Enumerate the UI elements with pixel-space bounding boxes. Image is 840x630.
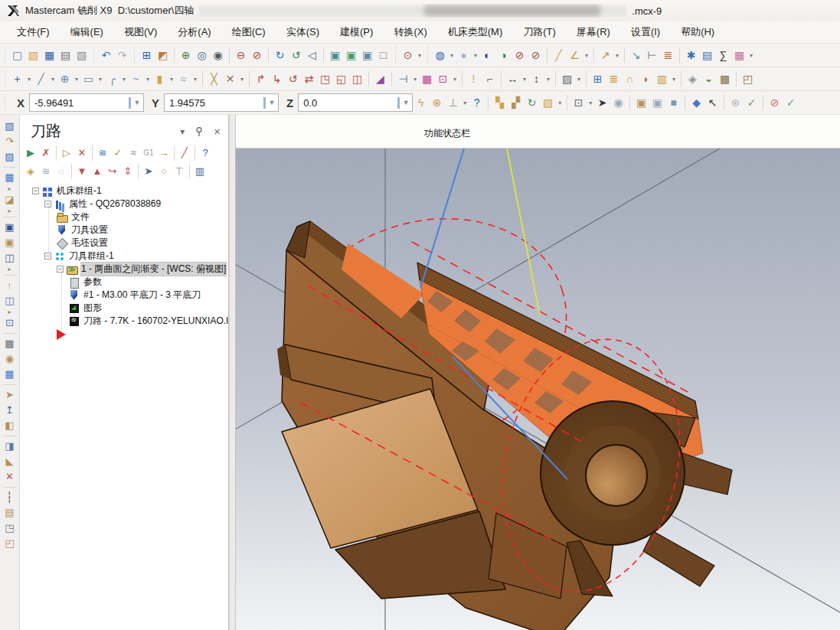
chevron-down-icon[interactable]: ▾ xyxy=(96,76,104,83)
g1-post-icon[interactable]: G1 xyxy=(141,145,156,161)
graphics-viewport[interactable] xyxy=(236,149,840,630)
dimension-horizontal-icon[interactable]: ↔ xyxy=(505,71,521,87)
menu-machine-type[interactable]: 机床类型(M) xyxy=(448,25,503,39)
select-all-operations-icon[interactable]: ▶ xyxy=(23,145,38,161)
cplane-side-icon[interactable]: ▣ xyxy=(2,235,18,250)
toolbar-drag-handle[interactable] xyxy=(3,94,7,111)
previous-view-icon[interactable]: ↺ xyxy=(288,47,304,64)
toolbar-drag-handle[interactable] xyxy=(132,47,136,64)
backplot-toolpath-icon[interactable]: ≋ xyxy=(95,145,110,161)
tree-item-files[interactable]: 文件 xyxy=(20,211,228,224)
menu-edit[interactable]: 编辑(E) xyxy=(70,25,103,39)
flyout-arrow-icon[interactable]: ▸ xyxy=(5,207,15,214)
analyze-dynamic-icon[interactable]: ↗ xyxy=(597,47,613,64)
xform-rotate-icon[interactable]: ↺ xyxy=(285,71,301,87)
chevron-down-icon[interactable]: ▾ xyxy=(451,76,459,83)
gview-top-cube-icon[interactable]: ▣ xyxy=(327,47,343,64)
tree-item-label[interactable]: 图形 xyxy=(83,302,102,315)
gnomon-axis-icon[interactable]: ⊥ xyxy=(445,95,461,111)
level-grid-icon[interactable]: ▦ xyxy=(419,71,435,87)
lock-operations-icon[interactable]: ◈ xyxy=(23,164,38,179)
surface-flowline-icon[interactable]: ≣ xyxy=(606,71,622,87)
tree-item-label[interactable]: 参数 xyxy=(83,276,102,289)
analyze-distance-icon[interactable]: ↘ xyxy=(628,47,644,64)
chevron-down-icon[interactable]: ▾ xyxy=(191,76,199,83)
menu-model[interactable]: 建模(P) xyxy=(340,25,373,39)
edit-toolpath-icon[interactable]: ╱ xyxy=(177,145,192,161)
zoom-solid-icon[interactable]: ◉ xyxy=(2,351,18,367)
chevron-down-icon[interactable]: ▾ xyxy=(670,76,678,83)
chevron-down-icon[interactable]: ▾ xyxy=(120,76,128,83)
regen-selected-operations-icon[interactable]: ▷ xyxy=(59,145,74,161)
shade-solid-icon[interactable]: ◰ xyxy=(2,536,18,551)
chevron-down-icon[interactable]: ▾ xyxy=(416,52,423,59)
chevron-down-icon[interactable]: ▾ xyxy=(583,52,590,59)
redo-icon[interactable]: ↷ xyxy=(114,47,130,64)
dynamic-rotation-icon[interactable]: ↻ xyxy=(272,47,288,64)
z-coordinate-input[interactable]: 0.0 ▼ xyxy=(298,93,413,112)
color-attributes-icon[interactable]: ◢ xyxy=(372,71,388,87)
chevron-down-icon[interactable]: ▾ xyxy=(461,100,469,106)
surface-fence-icon[interactable]: ◗ xyxy=(638,71,654,87)
select-group-icon[interactable]: ▞ xyxy=(508,95,524,111)
select-last-icon[interactable]: ◉ xyxy=(610,95,626,111)
create-label-icon[interactable]: ⌐ xyxy=(482,71,498,87)
window-select-icon[interactable]: ⊡ xyxy=(570,95,587,111)
select-verify-icon[interactable]: ✓ xyxy=(744,95,760,111)
tree-item-label[interactable]: 机床群组-1 xyxy=(57,184,102,197)
toggle-toolpath-display-icon[interactable]: ≋ xyxy=(38,164,54,179)
rotate-plane-icon[interactable]: ↷ xyxy=(2,134,18,149)
xform-array-icon[interactable]: ◫ xyxy=(349,71,365,87)
unselect-all-operations-icon[interactable]: ✗ xyxy=(38,145,54,161)
only-display-associated-icon[interactable]: ○ xyxy=(156,164,172,179)
menu-help[interactable]: 帮助(H) xyxy=(681,25,714,39)
view-sheet-icon[interactable]: ◫ xyxy=(2,250,18,266)
menu-screen[interactable]: 屏幕(R) xyxy=(577,25,610,39)
chevron-down-icon[interactable]: ▾ xyxy=(575,76,583,83)
named-view-icon[interactable]: ◁ xyxy=(304,47,320,64)
help-icon[interactable]: ? xyxy=(469,95,485,111)
tree-item-geometry[interactable]: 图形 xyxy=(20,302,228,315)
verify-toolpath-icon[interactable]: ✓ xyxy=(110,145,126,161)
system-config-icon[interactable]: ✱ xyxy=(683,47,699,64)
cplane-front-icon[interactable]: ▣ xyxy=(2,220,18,235)
create-spline-icon[interactable]: ~ xyxy=(128,71,144,87)
chevron-down-icon[interactable]: ▾ xyxy=(472,52,479,59)
x-coordinate-input[interactable]: -5.96491 ▼ xyxy=(29,93,144,112)
select-validate-icon[interactable]: ◆ xyxy=(688,95,704,111)
flyout-arrow-icon[interactable]: ▸ xyxy=(5,185,15,192)
tree-item-tool-settings[interactable]: 刀具设置 xyxy=(20,224,228,237)
menu-view[interactable]: 视图(V) xyxy=(124,25,157,39)
goto-level-icon[interactable]: ⊡ xyxy=(435,71,451,87)
analyze-chain-icon[interactable]: ⊢ xyxy=(644,47,660,64)
panel-pin-icon[interactable] xyxy=(195,127,203,136)
surface-net-icon[interactable]: ⊞ xyxy=(590,71,606,87)
delete-operations-icon[interactable]: ✕ xyxy=(74,145,90,161)
gview-iso-icon[interactable]: ◪ xyxy=(2,192,18,207)
create-line-icon[interactable]: ╱ xyxy=(33,71,49,87)
link-views-icon[interactable]: ◫ xyxy=(2,293,18,308)
paint-plane-icon[interactable]: ▨ xyxy=(2,149,18,165)
undo-icon[interactable]: ↶ xyxy=(98,47,114,64)
wireframe-display-icon[interactable]: ◍ xyxy=(432,47,448,64)
panel-splitter[interactable] xyxy=(229,115,236,630)
create-rectangle-icon[interactable]: ▭ xyxy=(80,71,96,87)
analyze-contour-icon[interactable]: ≣ xyxy=(660,47,676,64)
machine-simulation-icon[interactable]: ▥ xyxy=(192,164,208,179)
tree-item-label[interactable]: 毛坯设置 xyxy=(71,237,108,250)
surface-primitives-icon[interactable]: ▥ xyxy=(654,71,670,87)
tree-item-stock-setup[interactable]: 毛坯设置 xyxy=(20,237,228,250)
select-result-icon[interactable]: ▚ xyxy=(492,95,508,111)
chevron-down-icon[interactable]: ▾ xyxy=(747,52,755,59)
orient-view-icon[interactable]: ⊙ xyxy=(400,47,416,64)
solid-select-body-icon[interactable]: ■ xyxy=(665,95,681,111)
tree-item-machine-group[interactable]: −机床群组-1 xyxy=(20,184,228,197)
multi-panes-icon[interactable]: ▦ xyxy=(731,47,747,64)
zoom-in-selected-icon[interactable]: ◉ xyxy=(210,47,226,64)
gears-disabled-icon[interactable]: ⊛ xyxy=(727,95,744,111)
panel-close-icon[interactable]: × xyxy=(214,125,221,138)
toolbar-drag-handle[interactable] xyxy=(394,47,397,64)
interrupt-icon[interactable]: ⊘ xyxy=(766,95,783,111)
print-icon[interactable]: ▤ xyxy=(57,47,74,64)
create-circle-icon[interactable]: ⊕ xyxy=(57,71,73,87)
